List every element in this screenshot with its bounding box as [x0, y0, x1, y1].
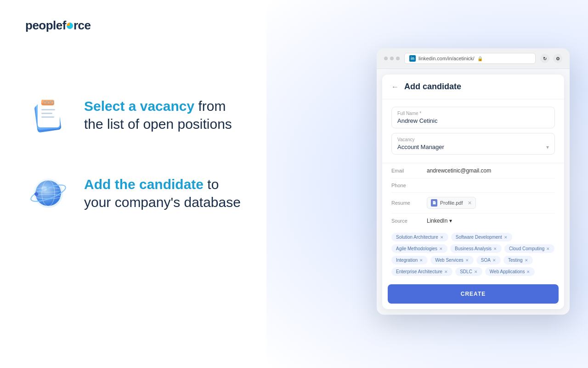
feature-candidate-text: Add the candidate to your company's data…	[84, 175, 241, 211]
full-name-label: Full Name *	[397, 111, 549, 116]
tag-remove-icon[interactable]: ✕	[546, 247, 550, 251]
browser-url: linkedin.com/in/acetinick/	[418, 56, 475, 61]
tag-item[interactable]: Software Development✕	[451, 233, 512, 242]
resume-filename: Profile.pdf	[440, 200, 463, 206]
email-value: andrewcetinic@gmail.com	[427, 167, 491, 174]
feature-vacancy-text: Select a vacancy from the list of open p…	[84, 97, 232, 133]
svg-rect-5	[41, 116, 54, 118]
tag-remove-icon[interactable]: ✕	[474, 270, 478, 274]
puzzle-icon[interactable]: ⚙	[553, 54, 562, 63]
tag-item[interactable]: Business Analysis✕	[450, 244, 502, 253]
feature-vacancy-line2: the list of open positions	[84, 115, 232, 133]
tag-remove-icon[interactable]: ✕	[493, 247, 497, 251]
linkedin-favicon: in	[409, 55, 416, 62]
tag-remove-icon[interactable]: ✕	[492, 258, 496, 263]
browser-dot-red	[384, 57, 388, 60]
tag-item[interactable]: Cloud Computing✕	[504, 244, 554, 253]
svg-rect-3	[41, 109, 55, 110]
resume-row: Resume 📄 Profile.pdf ✕	[391, 193, 555, 213]
tag-item[interactable]: Testing✕	[503, 256, 533, 264]
tag-remove-icon[interactable]: ✕	[439, 247, 443, 251]
panel-header: ← Add candidate	[382, 75, 564, 99]
source-value[interactable]: LinkedIn ▾	[427, 218, 452, 224]
globe-icon-box	[25, 170, 71, 216]
back-button[interactable]: ←	[391, 83, 399, 91]
lock-icon: 🔒	[477, 56, 483, 61]
feature-vacancy-line1: Select a vacancy from	[84, 97, 232, 115]
browser-dot-yellow	[390, 57, 394, 60]
feature-candidate: Add the candidate to your company's data…	[25, 170, 292, 216]
vacancy-value: Account Manager	[397, 144, 444, 150]
tag-item[interactable]: Agile Methodologies✕	[391, 244, 447, 253]
source-row: Source LinkedIn ▾	[391, 213, 555, 228]
browser-window: in linkedin.com/in/acetinick/ 🔒 ↻ ⚙ ← Ad…	[377, 48, 570, 315]
tag-remove-icon[interactable]: ✕	[419, 258, 423, 263]
tag-item[interactable]: Enterprise Architecture✕	[391, 267, 452, 276]
resume-file[interactable]: 📄 Profile.pdf ✕	[427, 197, 476, 209]
browser-chrome-bar: in linkedin.com/in/acetinick/ 🔒 ↻ ⚙	[377, 48, 570, 69]
resume-label: Resume	[391, 200, 421, 206]
notebook-icon-box	[25, 92, 71, 138]
detail-rows: Email andrewcetinic@gmail.com Phone Resu…	[382, 163, 564, 228]
tag-remove-icon[interactable]: ✕	[525, 258, 528, 263]
form-section: Full Name * Andrew Cetinic Vacancy Accou…	[382, 99, 564, 163]
tag-item[interactable]: Web Applications✕	[485, 267, 535, 276]
feature-candidate-line1: Add the candidate to	[84, 175, 241, 193]
chevron-down-icon: ▾	[546, 144, 549, 150]
tag-item[interactable]: SOA✕	[476, 256, 501, 264]
phone-label: Phone	[391, 183, 421, 188]
logo: peoplefrce	[25, 18, 91, 33]
email-label: Email	[391, 168, 421, 173]
source-chevron-icon: ▾	[449, 218, 452, 224]
tag-remove-icon[interactable]: ✕	[526, 270, 530, 274]
tags-wrap: Solution Architecture✕Software Developme…	[391, 233, 555, 276]
tag-remove-icon[interactable]: ✕	[504, 235, 508, 240]
browser-action-buttons: ↻ ⚙	[540, 54, 562, 63]
tag-remove-icon[interactable]: ✕	[465, 258, 469, 263]
candidate-panel: ← Add candidate Full Name * Andrew Cetin…	[382, 75, 564, 309]
svg-rect-4	[41, 113, 52, 114]
file-icon: 📄	[431, 199, 437, 207]
vacancy-field[interactable]: Vacancy Account Manager ▾	[391, 133, 555, 155]
tag-remove-icon[interactable]: ✕	[444, 270, 448, 274]
logo-text: peoplefrce	[25, 18, 91, 33]
tags-section: Solution Architecture✕Software Developme…	[382, 228, 564, 281]
refresh-icon[interactable]: ↻	[540, 54, 549, 63]
feature-vacancy: Select a vacancy from the list of open p…	[25, 92, 292, 138]
full-name-value: Andrew Cetinic	[397, 117, 549, 124]
browser-address-bar[interactable]: in linkedin.com/in/acetinick/ 🔒	[404, 53, 536, 64]
tag-item[interactable]: Solution Architecture✕	[391, 233, 448, 242]
left-content: Select a vacancy from the list of open p…	[25, 92, 292, 248]
vacancy-select[interactable]: Account Manager ▾	[397, 144, 549, 150]
browser-traffic-lights	[384, 57, 400, 60]
tag-item[interactable]: Integration✕	[391, 256, 428, 264]
logo-o-icon	[67, 23, 73, 29]
svg-point-19	[41, 186, 47, 191]
tag-item[interactable]: SDLC✕	[455, 267, 482, 276]
phone-row: Phone	[391, 178, 555, 193]
source-label: Source	[391, 218, 421, 224]
tag-remove-icon[interactable]: ✕	[440, 235, 444, 240]
panel-title: Add candidate	[404, 82, 461, 92]
full-name-field[interactable]: Full Name * Andrew Cetinic	[391, 107, 555, 128]
svg-rect-2	[38, 103, 60, 127]
feature-candidate-line2: your company's database	[84, 193, 241, 211]
browser-dot-green	[396, 57, 400, 60]
vacancy-label: Vacancy	[397, 137, 549, 142]
email-row: Email andrewcetinic@gmail.com	[391, 163, 555, 178]
tag-item[interactable]: Web Services✕	[430, 256, 474, 264]
resume-remove-icon[interactable]: ✕	[468, 200, 472, 206]
globe-icon	[28, 172, 69, 214]
create-button[interactable]: CREATE	[388, 284, 559, 304]
notebook-icon	[28, 94, 69, 136]
